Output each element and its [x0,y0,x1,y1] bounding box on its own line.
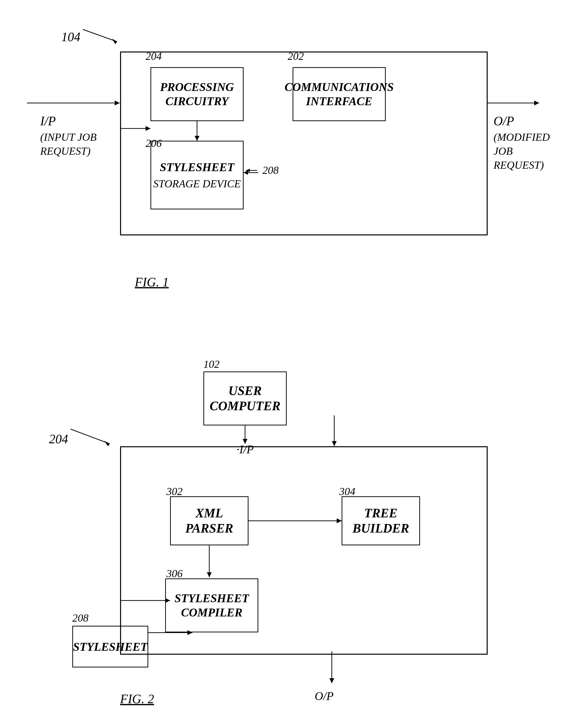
diagram-1: 104 [25,20,539,289]
svg-marker-27 [332,441,337,446]
svg-line-16 [71,429,110,444]
svg-marker-1 [112,39,117,44]
box-stylesheet-d2: STYLESHEET [72,626,148,668]
svg-line-0 [83,29,117,42]
box-outer-2: 302 XML PARSER 304 TREE BUILDER 306 [120,446,488,655]
diagram-2: 204 102 USER COMPUTER ·I/ [25,338,539,706]
ref-208: 208 [262,164,279,177]
box-208-area: 208 STYLESHEET [72,612,148,668]
ref-304: 304 [339,485,355,498]
label-ip: I/P (INPUT JOBREQUEST) [40,114,96,158]
box-306-label: STYLESHEET COMPILER [174,591,249,619]
box-302-label: XML PARSER [185,505,233,536]
box-202-label: COMMUNICATIONS INTERFACE [284,80,393,108]
ref-202: 202 [288,50,304,62]
stylesheet-to-box-arrow [148,626,197,639]
svg-marker-3 [195,136,199,141]
box-xml-parser: XML PARSER [170,496,248,545]
svg-marker-29 [329,678,334,683]
op-out-arrow [322,651,341,688]
label-op-d2: O/P [315,689,334,703]
ref-104: 104 [61,30,80,44]
arrow-204-d2 [71,427,124,451]
ref-102: 102 [203,358,287,370]
fig2-label: FIG. 2 [120,692,154,706]
box-outer-1: 204 PROCESSING CIRCUITRY 202 COMMUNICATI… [120,51,488,235]
label-op: O/P (MODIFIEDJOBREQUEST) [494,114,550,172]
box-206: STYLESHEET STORAGE DEVICE [150,141,244,209]
arrow-104-svg [83,27,132,47]
box-206-stylesheet: STYLESHEET [160,160,234,174]
ref-204: 204 [145,50,162,62]
ref-204-d2: 204 [49,432,68,446]
user-computer-area: 102 USER COMPUTER ·I/P [203,358,287,456]
ref-302: 302 [166,485,183,498]
svg-marker-31 [188,630,192,635]
box-206-storage: STORAGE DEVICE [153,178,241,190]
box-202: COMMUNICATIONS INTERFACE [293,67,386,121]
box-tree-builder: TREE BUILDER [341,496,420,545]
box-stylesheet-compiler: STYLESHEET COMPILER [165,578,258,632]
box-204-label: PROCESSING CIRCUITRY [160,80,234,108]
svg-marker-7 [145,126,150,131]
svg-marker-15 [534,101,539,105]
box-208-label: STYLESHEET [73,640,147,653]
box-102-label: USER COMPUTER [210,383,281,414]
box-204: PROCESSING CIRCUITRY [150,67,244,121]
svg-marker-23 [207,572,212,577]
arrow-208 [245,167,259,174]
box-304-label: TREE BUILDER [352,505,409,536]
svg-marker-13 [115,101,119,105]
op-arrow-line [488,96,542,110]
svg-marker-11 [246,169,250,172]
box-user-computer: USER COMPUTER [203,371,287,425]
ref-208-d2: 208 [72,612,148,624]
svg-marker-17 [104,441,110,446]
ip-into-box-arrow [325,415,344,450]
ip-arrow-line [25,96,122,110]
ref-306: 306 [166,567,183,580]
svg-marker-21 [337,518,341,523]
fig1-label: FIG. 1 [135,275,169,289]
